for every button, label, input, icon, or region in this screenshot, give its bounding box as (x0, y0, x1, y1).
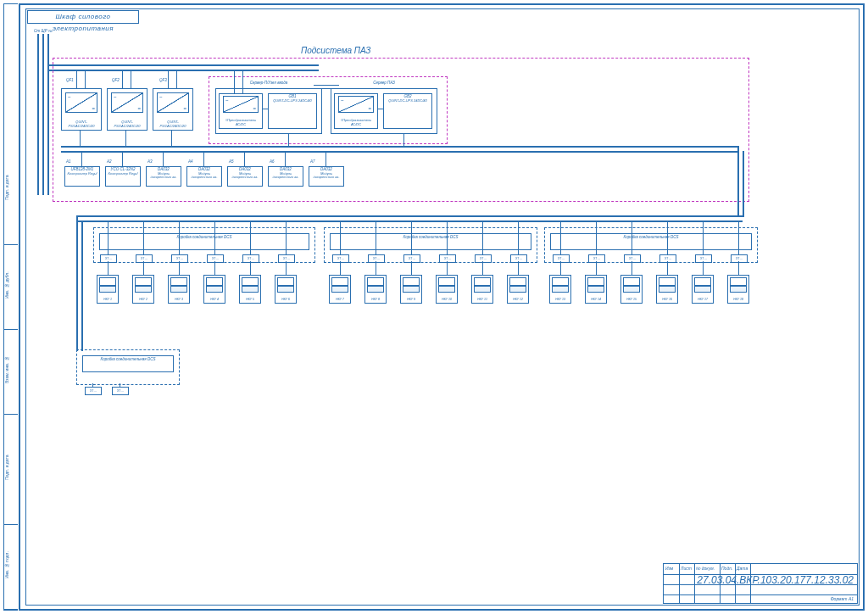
io-module-a4: DA032Модуль дискретного вв. (186, 166, 222, 187)
drive-m8: НКУ 8 (364, 275, 387, 304)
converter-g3: ~= QUINT-PS/1AC/24DC/20 (153, 88, 193, 131)
drive-m16: НКУ 16 (656, 275, 678, 304)
io-module-a1: UFB128-2M1Контроллер Regul (64, 166, 100, 187)
drawing-number: 27.03.04.ВКР.103.20.177.12.33.02 (697, 574, 854, 586)
tab-sign-date-2: Подп. и дата (4, 131, 18, 245)
drawing-sheet: Инв. № подл. Подп. и дата Взам. инв. № И… (0, 0, 868, 614)
title-block: 27.03.04.ВКР.103.20.177.12.33.02 Изм Лис… (663, 563, 858, 604)
junction-box-4: Коробка соединительная DCS (76, 349, 180, 385)
converter-g1: ~= QUINT-PS/1AC/24DC/20 (61, 88, 102, 131)
converter-g5: ~= #Преобразователь АС/DC (334, 93, 378, 129)
terminal-xt16: XT… (659, 254, 676, 263)
drive-m4: НКУ 4 (203, 275, 225, 304)
field-bus-b (76, 220, 743, 222)
drive-m17: НКУ 17 (692, 275, 714, 304)
breaker-qf2: QF2 (112, 78, 120, 82)
terminal-xt2: XT… (136, 254, 153, 263)
tab-sign-date-1: Подп. и дата (4, 410, 18, 525)
terminal-xt11: XT… (475, 254, 492, 263)
left-margin-tabs: Инв. № подл. Подп. и дата Взам. инв. № И… (3, 3, 18, 611)
tab-inv-podl: Инв. № подл. (4, 521, 18, 610)
junction-box-3: Коробка соединительная DCS (544, 227, 758, 263)
tab-inv-dubl: Инв. № дубл. (4, 241, 18, 330)
terminal-xt9: XT… (403, 254, 420, 263)
drive-m1: НКУ 1 (97, 275, 119, 304)
drive-m14: НКУ 14 (585, 275, 607, 304)
drive-m7: НКУ 7 (329, 275, 351, 304)
terminal-xt15: XT… (624, 254, 641, 263)
dc-bus-a (61, 146, 739, 148)
terminal-xt4: XT… (207, 254, 224, 263)
terminal-xt18: XT… (731, 254, 748, 263)
terminal-xt1: XT… (100, 254, 117, 263)
converter-g4: ~= #Преобразователь АС/DC (219, 93, 263, 129)
subsystem-paz-label: Подсистема ПАЗ (301, 46, 371, 55)
format-note: Формат А1 (831, 596, 854, 601)
panel-title: Шкаф силового электропитания (27, 10, 139, 24)
io-module-a6: DA032Модуль дискретного вв. (268, 166, 303, 187)
terminal-xt19: XT… (85, 387, 102, 395)
input-feed-label: От ЩР № (34, 29, 53, 33)
terminal-xt13: XT… (553, 254, 570, 263)
drive-m5: НКУ 5 (239, 275, 261, 304)
terminal-xt7: XT… (332, 254, 349, 263)
io-module-a7: DA032Модуль дискретного вв. (309, 166, 344, 187)
terminal-xt5: XT… (242, 254, 259, 263)
io-module-a2: УСО CL-32N2Контроллер Regul (105, 166, 141, 187)
converter-g2: ~= QUINT-PS/1AC/24DC/20 (107, 88, 147, 131)
drive-m11: НКУ 11 (471, 275, 493, 304)
io-module-a3: DA032Модуль дискретного вв. (146, 166, 181, 187)
terminal-xt17: XT… (695, 254, 712, 263)
io-module-a5: DA032Модуль дискретного вв. (227, 166, 263, 187)
battery-gb2: GB2 QUINT-DC-UPS 24DC/40 (383, 93, 432, 129)
busbar-l2 (42, 34, 44, 195)
battery-gb1: GB1 QUINT-DC-UPS 24DC/40 (268, 93, 317, 129)
drive-m10: НКУ 10 (436, 275, 458, 304)
busbar-l3 (47, 34, 49, 195)
drive-m3: НКУ 3 (168, 275, 190, 304)
terminal-xt14: XT… (588, 254, 605, 263)
drive-m18: НКУ 18 (727, 275, 749, 304)
terminal-xt8: XT… (368, 254, 385, 263)
breaker-qf3: QF3 (159, 78, 167, 82)
terminal-xt12: XT… (510, 254, 527, 263)
drive-m9: НКУ 9 (400, 275, 422, 304)
drive-m13: НКУ 13 (549, 275, 571, 304)
breaker-qf1: QF1 (66, 78, 74, 82)
drive-m12: НКУ 12 (507, 275, 529, 304)
terminal-xt20: XT… (112, 387, 129, 395)
junction-box-2: Коробка соединительная DCS (324, 227, 537, 263)
drive-m6: НКУ 6 (275, 275, 297, 304)
busbar-l1 (37, 34, 39, 195)
drive-m2: НКУ 2 (132, 275, 154, 304)
field-bus-a (76, 215, 743, 217)
terminal-xt10: XT… (439, 254, 456, 263)
drive-m15: НКУ 15 (620, 275, 643, 304)
terminal-xt3: XT… (171, 254, 188, 263)
tab-vzam: Взам. инв. № (4, 326, 18, 415)
terminal-xt6: XT… (278, 254, 295, 263)
